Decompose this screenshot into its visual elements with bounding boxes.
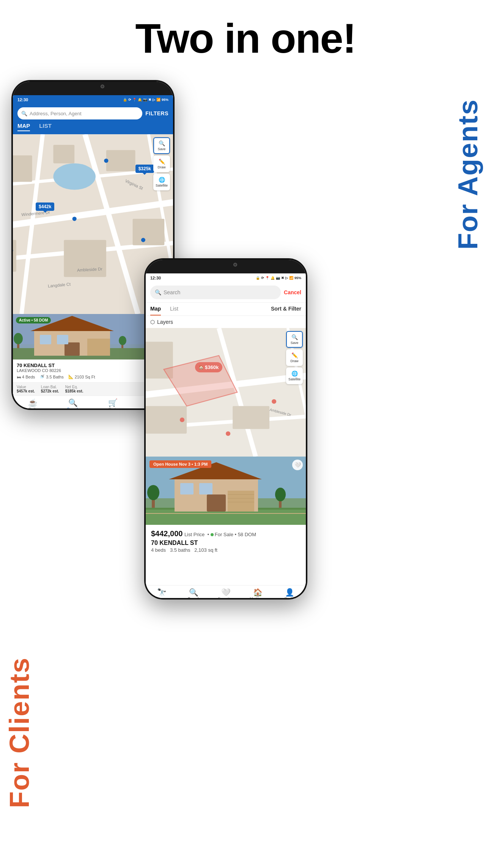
status-icons-agent: 🔒⟳📍🔔📷✖▷ 📶95% xyxy=(123,98,168,102)
svg-point-50 xyxy=(226,431,230,436)
status-icons-client: 🔒⟳📍🔔📷✖▷ 📶95% xyxy=(256,276,301,280)
search-input-client[interactable]: 🔍 Search xyxy=(150,286,281,299)
time-agent: 12:30 xyxy=(17,97,28,102)
time-client: 12:30 xyxy=(150,276,161,280)
svg-rect-31 xyxy=(87,339,110,356)
layers-label: Layers xyxy=(157,319,173,325)
tab-list-client[interactable]: List xyxy=(170,303,178,315)
client-price-detail: List Price • For Sale • 58 DOM xyxy=(184,532,256,537)
layers-icon: ⬡ xyxy=(150,319,155,325)
search-input-agent[interactable]: 🔍 Address, Person, Agent xyxy=(17,107,142,119)
svg-rect-10 xyxy=(106,150,135,171)
search-placeholder-client: Search xyxy=(164,289,180,295)
client-beds: 4 beds 3.5 baths 2,103 sq ft xyxy=(151,547,301,553)
sort-filter-button[interactable]: Sort & Filter xyxy=(271,303,301,315)
svg-point-7 xyxy=(53,163,96,190)
status-bar-client: 12:30 🔒⟳📍🔔📷✖▷ 📶95% xyxy=(146,273,306,283)
beds-agent: 🛏 4 Beds xyxy=(17,374,35,379)
nav-daily[interactable]: ☕ Daily xyxy=(13,399,53,408)
tab-map-client[interactable]: Map xyxy=(150,303,161,315)
nav-favorites[interactable]: 🤍 Favorites xyxy=(210,589,242,598)
svg-point-68 xyxy=(275,488,286,501)
equity-item: Net Eq. $185k est. xyxy=(65,385,83,393)
satellite-tool-client[interactable]: 🌐 Satellite xyxy=(286,367,303,384)
svg-point-66 xyxy=(147,485,159,500)
save-tool-client[interactable]: 🔍 Save xyxy=(286,331,303,348)
status-bar-agent: 12:30 🔒⟳📍🔔📷✖▷ 📶95% xyxy=(13,95,173,104)
nav-discover[interactable]: 🔭 Discover xyxy=(146,589,178,598)
loan-item: Loan Bal. $272k est. xyxy=(41,385,59,393)
draw-tool-client[interactable]: ✏️ Draw xyxy=(286,349,303,366)
svg-point-49 xyxy=(272,399,276,404)
bottom-nav-client: 🔭 Discover 🔍 Search 🤍 Favorites 🏠 My Hom… xyxy=(146,585,306,598)
tab-list-agent[interactable]: LIST xyxy=(39,122,52,131)
agent-search-bar[interactable]: 🔍 Address, Person, Agent FILTERS xyxy=(13,104,173,122)
map-tools-client: 🔍 Save ✏️ Draw 🌐 Satellite xyxy=(286,331,303,384)
svg-rect-45 xyxy=(233,406,269,429)
search-placeholder-agent: Address, Person, Agent xyxy=(30,111,82,116)
nav-my-home[interactable]: 🏠 My Home xyxy=(242,589,274,598)
filters-button[interactable]: FILTERS xyxy=(145,110,168,116)
save-tool-agent[interactable]: 🔍 Save xyxy=(153,137,170,154)
client-search-bar[interactable]: 🔍 Search Cancel xyxy=(146,283,306,303)
svg-rect-32 xyxy=(40,335,51,344)
battery-agent: 95% xyxy=(162,98,168,102)
svg-point-21 xyxy=(72,217,77,221)
search-icon-client: 🔍 xyxy=(155,289,161,295)
svg-rect-9 xyxy=(53,145,74,163)
svg-point-23 xyxy=(141,238,145,242)
price-pin-client[interactable]: 🏠 $360k xyxy=(195,362,222,372)
cancel-button[interactable]: Cancel xyxy=(284,289,301,295)
nav-search-agent[interactable]: 🔍 Search xyxy=(53,399,93,408)
map-area-client: Ambleside Dr 🏠 $360k 🔍 xyxy=(146,328,306,457)
nav-profile[interactable]: 👤 Profile xyxy=(274,589,306,598)
svg-rect-63 xyxy=(199,483,212,494)
listing-card-client[interactable]: Open House Nov 3 • 1:3 PM 🤍 $442,000 Lis… xyxy=(146,457,306,585)
open-house-badge: Open House Nov 3 • 1:3 PM xyxy=(150,460,211,468)
price-pin-325[interactable]: $325k xyxy=(135,165,154,173)
listing-image-client: Open House Nov 3 • 1:3 PM 🤍 xyxy=(146,457,306,525)
hero-title: Two in one! xyxy=(0,0,491,61)
svg-rect-11 xyxy=(13,240,16,272)
map-tools-agent: 🔍 Save ✏️ Draw 🌐 Satellite xyxy=(153,137,170,190)
active-badge: Active • 58 DOM xyxy=(16,317,51,323)
svg-rect-13 xyxy=(133,219,165,245)
client-tabs: Map List Sort & Filter xyxy=(146,303,306,316)
nav-carts[interactable]: 🛒 Carts xyxy=(93,399,133,408)
agent-tabs: MAP LIST xyxy=(13,122,173,134)
satellite-tool-agent[interactable]: 🌐 Satellite xyxy=(153,174,170,190)
svg-rect-30 xyxy=(65,342,80,356)
client-address: 70 KENDALL ST xyxy=(151,540,301,546)
for-agents-label: For Agents xyxy=(452,99,483,250)
search-icon-agent: 🔍 xyxy=(21,111,27,116)
for-clients-label: For Clients xyxy=(4,657,35,808)
price-pin-442[interactable]: $442k xyxy=(36,202,54,211)
client-price: $442,000 xyxy=(151,529,183,538)
heart-button[interactable]: 🤍 xyxy=(292,460,303,470)
svg-point-35 xyxy=(14,333,23,344)
nav-search-client[interactable]: 🔍 Search xyxy=(178,589,209,598)
svg-point-19 xyxy=(104,159,108,163)
battery-client: 95% xyxy=(294,276,301,280)
svg-point-37 xyxy=(119,336,126,345)
layers-bar[interactable]: ⬡ Layers xyxy=(146,316,306,328)
svg-rect-57 xyxy=(207,494,226,512)
svg-rect-54 xyxy=(146,510,306,525)
client-listing-info: $442,000 List Price • For Sale • 58 DOM … xyxy=(146,525,306,557)
value-item: Value $457k est. xyxy=(17,385,35,393)
svg-rect-33 xyxy=(57,335,68,344)
draw-tool-agent[interactable]: ✏️ Draw xyxy=(153,155,170,172)
svg-rect-58 xyxy=(228,491,254,512)
baths-agent: 🚿 3.5 Baths xyxy=(39,374,63,379)
svg-rect-62 xyxy=(180,483,194,494)
phone-notch-agent xyxy=(13,82,173,95)
client-price-row: $442,000 List Price • For Sale • 58 DOM xyxy=(151,529,301,538)
tab-map-agent[interactable]: MAP xyxy=(17,122,30,131)
phone-notch-client xyxy=(146,260,306,273)
svg-point-48 xyxy=(180,418,184,422)
sqft-agent: 📐 2103 Sq Ft xyxy=(68,374,95,379)
svg-rect-8 xyxy=(13,155,32,182)
phones-container: For Agents For Clients 12:30 🔒⟳📍🔔📷✖▷ 📶95… xyxy=(0,61,491,819)
client-phone: 12:30 🔒⟳📍🔔📷✖▷ 📶95% 🔍 Search Cancel xyxy=(144,258,307,600)
